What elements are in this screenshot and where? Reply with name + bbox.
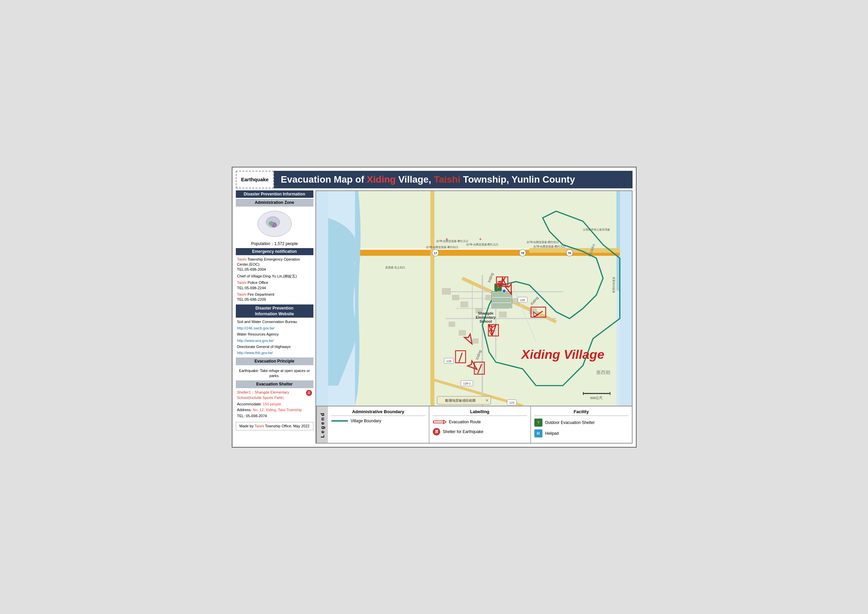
svg-point-38 xyxy=(502,289,506,293)
evac-route-arrow xyxy=(433,418,446,425)
svg-rect-33 xyxy=(493,293,510,296)
disaster-info-title: Disaster Prevention Information Website xyxy=(236,305,313,318)
svg-text:76: 76 xyxy=(568,251,571,255)
section2-title: Administration Zone xyxy=(236,199,313,207)
legend-helipad: H Helipad xyxy=(534,429,628,437)
svg-rect-29 xyxy=(472,339,478,343)
admin-zone-map xyxy=(236,208,313,239)
svg-text:500公尺: 500公尺 xyxy=(590,396,603,399)
svg-text:🏃: 🏃 xyxy=(536,420,541,425)
village-boundary-line xyxy=(331,420,348,421)
legend-earthquake-shelter: 震 Shelter for Earthquake xyxy=(433,428,527,435)
svg-text:78: 78 xyxy=(521,251,524,255)
svg-text:Shangde: Shangde xyxy=(478,311,493,315)
svg-text:台78-台西交流道-東行入口: 台78-台西交流道-東行入口 xyxy=(436,239,468,243)
evac-shelter-title: Evacuation Shelter xyxy=(236,381,313,388)
svg-point-3 xyxy=(269,221,274,225)
svg-rect-9 xyxy=(430,191,434,406)
svg-text:斷層地質敏感區範圍: 斷層地質敏感區範圍 xyxy=(445,399,476,403)
population-line: Population：1,572 people xyxy=(236,241,313,247)
legend-labelling: Labelling Evacuation Route 震 xyxy=(429,406,531,443)
svg-rect-97 xyxy=(434,421,443,423)
legend-facility-title: Facility xyxy=(534,409,628,416)
svg-text:126: 126 xyxy=(446,359,451,362)
legend-outdoor-shelter: 🏃 Outdoor Evacuation Shelter xyxy=(534,418,628,427)
header: Earthquake Evacuation Map of Xiding Vill… xyxy=(236,171,632,188)
legend-admin-boundary: Administrative Boundary Village Boundary xyxy=(328,406,429,443)
legend-label: Legend xyxy=(316,406,328,443)
svg-text:126-1: 126-1 xyxy=(463,382,471,385)
svg-text:台78-台西交流道-西行出口: 台78-台西交流道-西行出口 xyxy=(527,240,559,244)
legend-evac-route: Evacuation Route xyxy=(433,418,527,425)
tab-label: Earthquake xyxy=(241,177,269,182)
svg-text:Xiding Village: Xiding Village xyxy=(521,347,604,361)
emergency-title: Emergency notification xyxy=(236,248,313,255)
emergency-content: Taishi Township Emergency Operation Cent… xyxy=(236,256,313,305)
info-content: Soil and Water Conservation Bureau http:… xyxy=(236,319,313,357)
section1-title: Disaster Prevention Information xyxy=(236,190,313,198)
svg-text:Elementary: Elementary xyxy=(476,315,496,319)
map-area: 🏃 Shangde Elementary School Xiding Villa… xyxy=(315,190,632,406)
evac-principle-content: Earthquake: Take refuge at open spaces o… xyxy=(236,366,313,381)
sidebar: Disaster Prevention Information Administ… xyxy=(236,190,313,443)
evac-principle-title: Evacuation Principle xyxy=(236,358,313,365)
svg-text:122: 122 xyxy=(509,401,514,404)
svg-rect-35 xyxy=(493,303,510,306)
svg-rect-90 xyxy=(583,393,609,394)
svg-text:交流道-北上出口: 交流道-北上出口 xyxy=(385,265,405,269)
svg-rect-28 xyxy=(459,330,465,335)
svg-text:台西鄉草尾公墓管理處: 台西鄉草尾公墓管理處 xyxy=(583,228,609,231)
title-bar: Evacuation Map of Xiding Village, Taishi… xyxy=(274,171,632,188)
svg-rect-34 xyxy=(493,298,510,302)
svg-text:東西向快速道: 東西向快速道 xyxy=(612,277,615,293)
svg-text:台78-台西交流道-東行出口: 台78-台西交流道-東行出口 xyxy=(426,245,458,249)
svg-text:+: + xyxy=(479,236,481,242)
svg-text:+: + xyxy=(445,236,448,242)
footer-note: Made by Taishi Township Office, May 2022 xyxy=(236,422,313,431)
svg-rect-92 xyxy=(609,392,610,395)
svg-text:台78-台西交流道-西行入口: 台78-台西交流道-西行入口 xyxy=(533,244,566,248)
svg-rect-25 xyxy=(485,295,492,300)
svg-text:✕: ✕ xyxy=(485,398,488,403)
page-title: Evacuation Map of Xiding Village, Taishi… xyxy=(281,174,575,185)
legend-village-boundary: Village Boundary xyxy=(331,418,425,423)
svg-text:台78-台西交流道-西行入口: 台78-台西交流道-西行入口 xyxy=(466,242,498,246)
svg-text:School: School xyxy=(479,319,491,323)
earthquake-shelter-badge: 震 xyxy=(433,428,440,435)
svg-text:臺西鄉: 臺西鄉 xyxy=(596,369,610,375)
svg-text:17: 17 xyxy=(434,251,437,255)
legend-area: Legend Administrative Boundary Village B… xyxy=(315,406,632,443)
svg-rect-23 xyxy=(460,302,468,307)
main-layout: Disaster Prevention Information Administ… xyxy=(236,190,632,443)
outdoor-shelter-icon: 🏃 xyxy=(534,418,542,427)
svg-rect-27 xyxy=(449,322,455,326)
svg-rect-26 xyxy=(499,312,506,317)
legend-facility: Facility 🏃 Outdoor Evacuation Shelter H xyxy=(531,406,632,443)
right-content: 🏃 Shangde Elementary School Xiding Villa… xyxy=(315,190,632,443)
svg-rect-21 xyxy=(442,288,450,294)
legend-admin-title: Administrative Boundary xyxy=(331,409,425,416)
earthquake-tab: Earthquake xyxy=(236,171,274,188)
svg-marker-98 xyxy=(443,420,446,424)
svg-rect-91 xyxy=(583,392,583,395)
svg-text:126: 126 xyxy=(520,298,525,302)
legend-labelling-title: Labelling xyxy=(433,409,527,416)
helipad-icon: H xyxy=(534,429,542,437)
main-container: Earthquake Evacuation Map of Xiding Vill… xyxy=(232,167,637,448)
evac-shelter-content: Shelter1：Shangde Elementary School(Inclu… xyxy=(236,389,313,420)
svg-rect-22 xyxy=(452,295,459,300)
legend-sections: Administrative Boundary Village Boundary… xyxy=(328,406,632,443)
